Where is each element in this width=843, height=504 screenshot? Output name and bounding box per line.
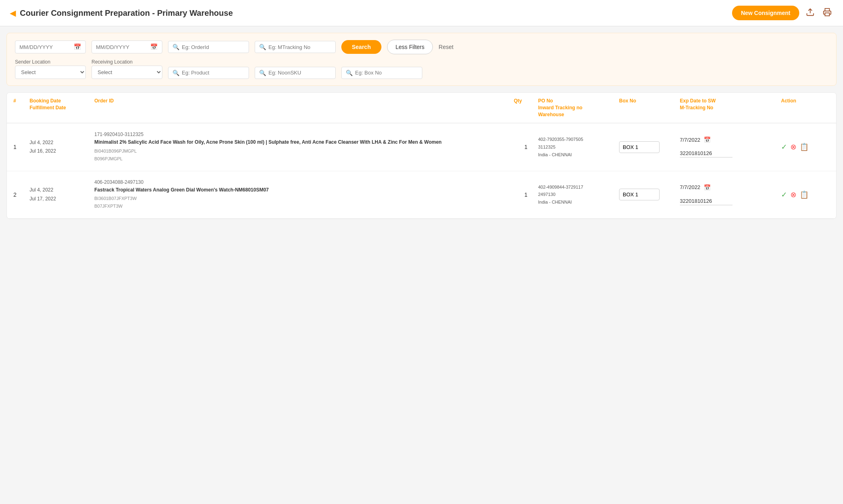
product-wrap: 🔍 — [168, 67, 249, 79]
tracking-input-row2[interactable] — [680, 197, 732, 205]
filter-bar: 📅 📅 🔍 🔍 Search Less Filters Reset Sender… — [6, 33, 837, 86]
row-actions-1: ✓ ⊗ 📋 — [781, 142, 830, 151]
calendar-icon-row2[interactable]: 📅 — [704, 184, 711, 191]
table-row: 2 Jul 4, 2022 Jul 17, 2022 406-2034088-2… — [7, 171, 836, 219]
search-button[interactable]: Search — [341, 40, 381, 54]
less-filters-button[interactable]: Less Filters — [387, 40, 433, 54]
reset-button[interactable]: Reset — [439, 44, 453, 50]
col-booking: Booking Date Fulfillment Date — [30, 98, 94, 118]
noon-sku-input[interactable] — [268, 70, 331, 76]
print-button[interactable] — [821, 6, 833, 20]
svg-rect-1 — [825, 13, 830, 15]
row-box-2 — [619, 189, 680, 200]
back-arrow-icon[interactable]: ◀ — [10, 8, 16, 18]
cancel-icon-1[interactable]: ⊗ — [790, 142, 796, 151]
col-po: PO No Inward Tracking no Warehouse — [538, 98, 619, 118]
sender-location-wrap: Sender Location Select — [15, 59, 86, 79]
doc-icon-2[interactable]: 📋 — [800, 190, 809, 199]
search-icon-order: 🔍 — [172, 44, 179, 50]
col-order-id: Order ID — [94, 98, 514, 118]
row-actions-2: ✓ ⊗ 📋 — [781, 190, 830, 199]
row-po-2: 402-4909844-3729117 2497130 India - CHEN… — [538, 183, 619, 206]
doc-icon-1[interactable]: 📋 — [800, 142, 809, 151]
row-number-1: 1 — [13, 144, 30, 150]
col-hash: # — [13, 98, 30, 118]
sender-location-label: Sender Location — [15, 59, 86, 65]
start-date-input[interactable] — [19, 44, 72, 50]
table-row: 1 Jul 4, 2022 Jul 16, 2022 171-9920410-3… — [7, 123, 836, 171]
receiving-location-wrap: Receiving Location Select — [92, 59, 162, 79]
col-action: Action — [781, 98, 830, 118]
row-qty-1: 1 — [514, 144, 538, 150]
search-icon-box-no: 🔍 — [346, 70, 353, 76]
search-icon-noon-sku: 🔍 — [259, 70, 266, 76]
header-right: New Consignment — [732, 6, 833, 20]
end-date-input[interactable] — [96, 44, 149, 50]
confirm-icon-1[interactable]: ✓ — [781, 142, 787, 151]
search-icon-product: 🔍 — [172, 70, 179, 76]
col-qty: Qty — [514, 98, 538, 118]
row-po-1: 402-7920355-7907505 3112325 India - CHEN… — [538, 136, 619, 158]
start-date-wrap: 📅 — [15, 40, 86, 53]
row-dates-1: Jul 4, 2022 Jul 16, 2022 — [30, 138, 94, 156]
calendar-icon-2: 📅 — [150, 43, 158, 51]
calendar-icon-1: 📅 — [74, 43, 81, 51]
main-table: # Booking Date Fulfillment Date Order ID… — [6, 92, 837, 219]
order-id-input[interactable] — [182, 44, 245, 50]
row-order-1: 171-9920410-3112325 Minimalist 2% Salicy… — [94, 132, 514, 162]
table-header: # Booking Date Fulfillment Date Order ID… — [7, 93, 836, 123]
calendar-icon-row1[interactable]: 📅 — [704, 136, 711, 143]
cancel-icon-2[interactable]: ⊗ — [790, 190, 796, 199]
new-consignment-button[interactable]: New Consignment — [732, 6, 799, 20]
noon-sku-wrap: 🔍 — [255, 67, 336, 79]
product-input[interactable] — [182, 70, 245, 76]
row-order-2: 406-2034088-2497130 Fastrack Tropical Wa… — [94, 179, 514, 210]
box-no-input[interactable] — [355, 70, 418, 76]
row-exp-2: 7/7/2022 📅 — [680, 184, 781, 205]
receiving-location-label: Receiving Location — [92, 59, 162, 65]
order-id-wrap: 🔍 — [168, 41, 249, 53]
header-left: ◀ Courier Consignment Preparation - Prim… — [10, 8, 233, 18]
end-date-wrap: 📅 — [92, 40, 162, 53]
upload-button[interactable] — [804, 6, 816, 20]
page-title: Courier Consignment Preparation - Primar… — [20, 9, 233, 18]
tracking-wrap: 🔍 — [255, 41, 336, 53]
confirm-icon-2[interactable]: ✓ — [781, 190, 787, 199]
row-exp-1: 7/7/2022 📅 — [680, 136, 781, 157]
header: ◀ Courier Consignment Preparation - Prim… — [0, 0, 843, 26]
box-input-2[interactable] — [619, 189, 660, 200]
tracking-input-row1[interactable] — [680, 149, 732, 157]
filter-row-2: Sender Location Select Receiving Locatio… — [15, 59, 828, 79]
row-dates-2: Jul 4, 2022 Jul 17, 2022 — [30, 186, 94, 203]
row-qty-2: 1 — [514, 191, 538, 198]
search-icon-tracking: 🔍 — [259, 44, 266, 50]
row-number-2: 2 — [13, 191, 30, 198]
box-no-wrap: 🔍 — [341, 67, 422, 79]
col-exp: Exp Date to SW M-Tracking No — [680, 98, 781, 118]
receiving-location-select[interactable]: Select — [92, 66, 162, 79]
col-box: Box No — [619, 98, 680, 118]
box-input-1[interactable] — [619, 141, 660, 153]
tracking-input[interactable] — [268, 44, 331, 50]
row-box-1 — [619, 141, 680, 153]
sender-location-select[interactable]: Select — [15, 66, 86, 79]
filter-row-1: 📅 📅 🔍 🔍 Search Less Filters Reset — [15, 40, 828, 54]
